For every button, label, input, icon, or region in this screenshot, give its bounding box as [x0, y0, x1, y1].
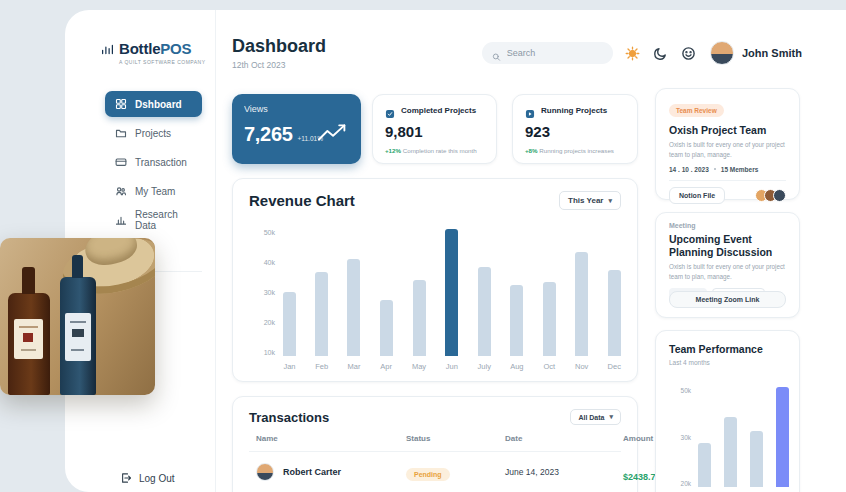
- projects-icon: [115, 127, 127, 139]
- bar-oct[interactable]: [724, 417, 737, 487]
- chart-slot: Dec: [608, 229, 621, 371]
- bar-feb[interactable]: [315, 272, 328, 356]
- bar-wrap: [413, 229, 426, 356]
- bar-wrap: [347, 229, 360, 356]
- bar-wrap: [724, 387, 737, 487]
- running-projects-note: +8% Running projects increases: [525, 147, 625, 154]
- transactions-filter-dropdown[interactable]: All Data ▾: [570, 409, 621, 425]
- bar-wrap: [543, 229, 556, 356]
- logout-button[interactable]: Log Out: [120, 472, 175, 484]
- team-review-members: 15 Members: [721, 166, 759, 173]
- team-review-card: Team Review Oxish Project Team Oxish is …: [655, 88, 800, 200]
- x-tick-label: May: [412, 362, 426, 371]
- research-icon: [115, 214, 127, 226]
- bar-wrap: [698, 387, 711, 487]
- bar-jan[interactable]: [283, 292, 296, 356]
- sun-icon[interactable]: [625, 46, 640, 61]
- divider: [669, 180, 786, 181]
- bar-jun[interactable]: [445, 229, 458, 356]
- bottle-neck: [72, 255, 83, 278]
- logo-subtitle: A QUILT SOFTWARE COMPANY: [119, 59, 206, 65]
- bar-mar[interactable]: [347, 259, 360, 356]
- photo-overlay: [0, 238, 155, 395]
- transactions-filter-label: All Data: [578, 414, 604, 421]
- x-tick-label: Mar: [348, 362, 361, 371]
- sidebar-item-research-data[interactable]: Research Data: [105, 207, 202, 233]
- y-tick-label: 20k: [247, 319, 275, 326]
- app-window: BottlePOS A QUILT SOFTWARE COMPANY Dshbo…: [65, 10, 846, 492]
- logo: BottlePOS A QUILT SOFTWARE COMPANY: [101, 40, 206, 65]
- avatar: [256, 463, 274, 481]
- chart-slot: Mar: [347, 229, 360, 371]
- bar-dec[interactable]: [608, 270, 621, 356]
- sidebar-item-label: Transaction: [135, 157, 187, 168]
- moon-icon[interactable]: [653, 46, 668, 61]
- completed-projects-note: +12% Completion rate this month: [385, 147, 484, 154]
- sidebar-item-my-team[interactable]: My Team: [105, 178, 202, 204]
- x-tick-label: Jun: [446, 362, 458, 371]
- sidebar-item-dashboard[interactable]: Dshboard: [105, 91, 202, 117]
- transaction-date: June 14, 2023: [505, 467, 623, 477]
- table-row[interactable]: Robert CarterPendingJune 14, 2023+ $2438…: [249, 455, 621, 489]
- user-profile-button[interactable]: John Smith: [710, 41, 802, 65]
- bar-july[interactable]: [478, 267, 491, 356]
- chevron-down-icon: ▾: [609, 413, 613, 421]
- chart-slot: Sep: [698, 387, 711, 492]
- bar-nov[interactable]: [750, 431, 763, 487]
- column-header-date: Date: [505, 434, 623, 443]
- chart-slot: May: [412, 229, 426, 371]
- sidebar-item-transaction[interactable]: Transaction: [105, 149, 202, 175]
- bar-wrap: [380, 229, 393, 356]
- notion-file-button[interactable]: Notion File: [669, 187, 725, 204]
- y-tick-label: 50k: [247, 229, 275, 236]
- chart-slot: Apr: [380, 229, 393, 371]
- completed-projects-card: Completed Projects 9,801 +12% Completion…: [372, 94, 497, 164]
- bar-wrap: [575, 229, 588, 356]
- bar-nov[interactable]: [575, 252, 588, 356]
- bar-may[interactable]: [413, 280, 426, 356]
- bar-sep[interactable]: [698, 443, 711, 487]
- x-tick-label: Apr: [380, 362, 392, 371]
- logout-label: Log Out: [139, 473, 175, 484]
- smiley-icon[interactable]: [681, 46, 696, 61]
- chart-slot: Feb: [315, 229, 328, 371]
- bar-oct[interactable]: [543, 282, 556, 356]
- x-tick-label: Feb: [315, 362, 328, 371]
- bar-aug[interactable]: [510, 285, 523, 356]
- views-stat-card: Views 7,265 +11.01%: [232, 94, 361, 164]
- logo-text: BottlePOS: [119, 40, 206, 57]
- y-tick-label: 50k: [669, 387, 691, 394]
- performance-y-axis: 50k30k20k: [669, 387, 691, 487]
- meeting-label: Meeting: [669, 222, 786, 229]
- revenue-filter-dropdown[interactable]: This Year ▾: [559, 191, 621, 210]
- sidebar-item-label: Research Data: [135, 209, 192, 231]
- transactions-title: Transactions: [249, 410, 329, 425]
- page-date: 12th Oct 2023: [232, 60, 285, 70]
- team-review-badge: Team Review: [669, 104, 724, 117]
- search-bar[interactable]: [482, 42, 613, 64]
- bottle-neck: [22, 267, 35, 294]
- team-performance-card: Team Performance Last 4 months 50k30k20k…: [655, 330, 800, 492]
- transactions-card: Transactions All Data ▾ NameStatusDateAm…: [232, 396, 638, 492]
- team-performance-title: Team Performance: [669, 343, 786, 355]
- y-tick-label: 30k: [247, 289, 275, 296]
- team-review-title: Oxish Project Team: [669, 124, 786, 136]
- bar-apr[interactable]: [380, 300, 393, 356]
- revenue-chart-title: Revenue Chart: [249, 192, 355, 209]
- running-projects-label: Running Projects: [541, 106, 607, 115]
- revenue-chart-card: Revenue Chart This Year ▾ 50k40k30k20k10…: [232, 178, 638, 382]
- search-input[interactable]: [507, 48, 603, 58]
- completed-projects-label: Completed Projects: [401, 106, 476, 115]
- transaction-name: Robert Carter: [283, 467, 341, 477]
- revenue-y-axis: 50k40k30k20k10k: [247, 229, 275, 356]
- bar-wrap: [608, 229, 621, 356]
- bar-dec[interactable]: [776, 387, 789, 487]
- revenue-plot: JanFebMarAprMayJunJulyAugOctNovDec: [283, 229, 621, 371]
- bottle-label: [65, 313, 91, 361]
- meeting-zoom-link-button[interactable]: Meeting Zoom Link: [669, 291, 786, 308]
- y-tick-label: 10k: [247, 349, 275, 356]
- logo-text-bottle: Bottle: [119, 40, 160, 57]
- team-icon: [115, 185, 127, 197]
- sidebar-item-projects[interactable]: Projects: [105, 120, 202, 146]
- completed-change: +12%: [385, 147, 401, 154]
